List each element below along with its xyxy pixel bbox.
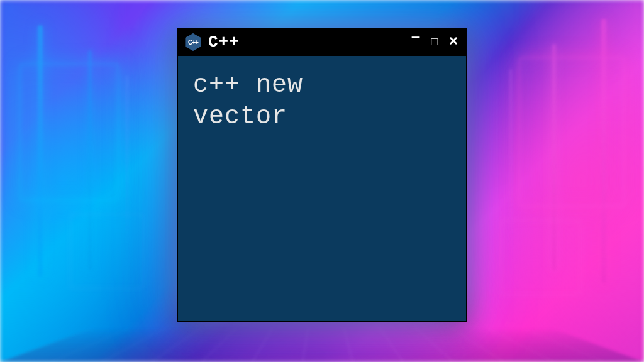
- cpp-icon: C++: [184, 33, 202, 51]
- window-controls: − □ ×: [409, 34, 460, 50]
- terminal-window: C++ C++ − □ × c++ new vector: [177, 28, 467, 322]
- close-button[interactable]: ×: [447, 35, 460, 50]
- window-title: C++: [208, 33, 403, 52]
- maximize-button[interactable]: □: [428, 36, 441, 48]
- minimize-button[interactable]: −: [409, 30, 422, 47]
- titlebar[interactable]: C++ C++ − □ ×: [178, 28, 466, 56]
- cpp-icon-label: C++: [188, 39, 198, 46]
- terminal-content[interactable]: c++ new vector: [178, 56, 466, 321]
